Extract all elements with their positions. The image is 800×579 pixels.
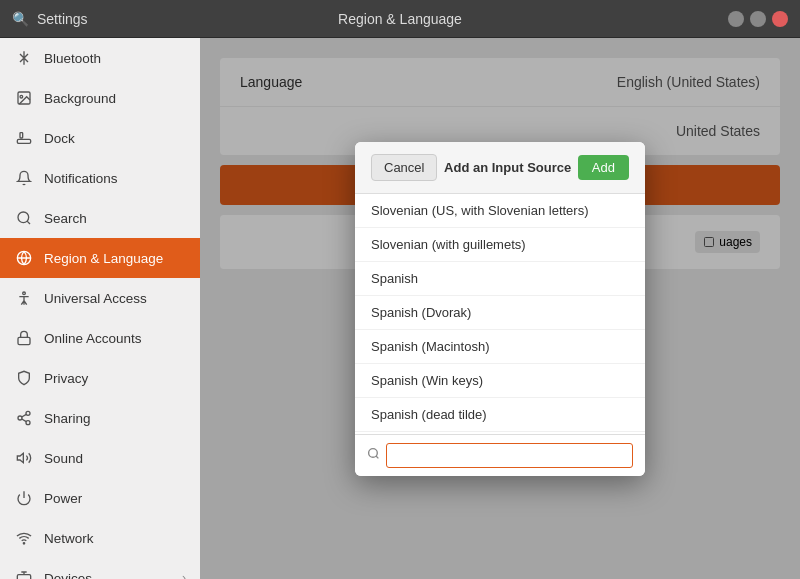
svg-point-6: [23, 292, 26, 295]
sidebar-label-sharing: Sharing: [44, 411, 91, 426]
svg-rect-7: [18, 337, 30, 344]
svg-point-12: [23, 543, 24, 544]
sidebar-label-devices: Devices: [44, 571, 92, 580]
sidebar-item-region-language[interactable]: Region & Language: [0, 238, 200, 278]
sidebar-item-online-accounts[interactable]: Online Accounts: [0, 318, 200, 358]
titlebar-left: 🔍 Settings: [12, 11, 88, 27]
sidebar-item-devices[interactable]: Devices ›: [0, 558, 200, 579]
sharing-icon: [14, 408, 34, 428]
list-item[interactable]: Spanish (Dvorak): [355, 296, 645, 330]
window-title: Region & Language: [338, 11, 462, 27]
sidebar-label-sound: Sound: [44, 451, 83, 466]
titlebar: 🔍 Settings Region & Language ─ □ ✕: [0, 0, 800, 38]
sidebar-label-online-accounts: Online Accounts: [44, 331, 142, 346]
minimize-button[interactable]: ─: [728, 11, 744, 27]
sidebar-label-power: Power: [44, 491, 82, 506]
background-icon: [14, 88, 34, 108]
main-layout: Bluetooth Background Dock Notifications …: [0, 38, 800, 579]
sidebar-label-dock: Dock: [44, 131, 75, 146]
notifications-icon: [14, 168, 34, 188]
svg-marker-11: [17, 453, 23, 462]
search-sidebar-icon: [14, 208, 34, 228]
sidebar-item-privacy[interactable]: Privacy: [0, 358, 200, 398]
add-input-source-dialog: Cancel Add an Input Source Add Slovenian…: [355, 142, 645, 476]
online-accounts-icon: [14, 328, 34, 348]
sidebar-item-universal-access[interactable]: Universal Access: [0, 278, 200, 318]
maximize-button[interactable]: □: [750, 11, 766, 27]
svg-rect-2: [17, 139, 30, 143]
sidebar-label-privacy: Privacy: [44, 371, 88, 386]
dialog-cancel-button[interactable]: Cancel: [371, 154, 437, 181]
dialog-search-bar: [355, 434, 645, 476]
dialog-search-icon: [367, 447, 380, 463]
svg-point-4: [18, 212, 29, 223]
svg-rect-3: [20, 133, 23, 138]
sidebar-label-bluetooth: Bluetooth: [44, 51, 101, 66]
app-title: Settings: [37, 11, 88, 27]
sidebar-item-power[interactable]: Power: [0, 478, 200, 518]
dialog-header: Cancel Add an Input Source Add: [355, 142, 645, 194]
sidebar-label-universal-access: Universal Access: [44, 291, 147, 306]
list-item[interactable]: Slovenian (with guillemets): [355, 228, 645, 262]
sidebar-item-notifications[interactable]: Notifications: [0, 158, 200, 198]
dialog-add-button[interactable]: Add: [578, 155, 629, 180]
sound-icon: [14, 448, 34, 468]
sidebar-item-background[interactable]: Background: [0, 78, 200, 118]
sidebar-item-search[interactable]: Search: [0, 198, 200, 238]
sidebar-item-bluetooth[interactable]: Bluetooth: [0, 38, 200, 78]
privacy-icon: [14, 368, 34, 388]
sidebar-item-network[interactable]: Network: [0, 518, 200, 558]
list-item[interactable]: Spanish (Win keys): [355, 364, 645, 398]
dialog-title: Add an Input Source: [444, 160, 571, 175]
svg-point-1: [20, 95, 23, 98]
sidebar-item-sound[interactable]: Sound: [0, 438, 200, 478]
window-controls: ─ □ ✕: [728, 11, 788, 27]
universal-access-icon: [14, 288, 34, 308]
dialog-input-source-list: Slovenian (US, with Slovenian letters) S…: [355, 194, 645, 434]
bluetooth-icon: [14, 48, 34, 68]
sidebar-item-dock[interactable]: Dock: [0, 118, 200, 158]
svg-point-8: [26, 411, 30, 415]
dialog-search-input[interactable]: [386, 443, 633, 468]
sidebar-label-region-language: Region & Language: [44, 251, 163, 266]
power-icon: [14, 488, 34, 508]
list-item[interactable]: Spanish (Macintosh): [355, 330, 645, 364]
chevron-right-icon: ›: [182, 571, 186, 579]
sidebar-label-network: Network: [44, 531, 94, 546]
svg-point-16: [369, 449, 378, 458]
close-button[interactable]: ✕: [772, 11, 788, 27]
dialog-overlay: Cancel Add an Input Source Add Slovenian…: [200, 38, 800, 579]
region-icon: [14, 248, 34, 268]
sidebar-label-background: Background: [44, 91, 116, 106]
sidebar-label-notifications: Notifications: [44, 171, 118, 186]
svg-rect-13: [17, 575, 30, 579]
sidebar: Bluetooth Background Dock Notifications …: [0, 38, 200, 579]
sidebar-item-sharing[interactable]: Sharing: [0, 398, 200, 438]
list-item[interactable]: Spanish: [355, 262, 645, 296]
search-icon: 🔍: [12, 11, 29, 27]
svg-point-10: [26, 421, 30, 425]
dock-icon: [14, 128, 34, 148]
list-item[interactable]: Spanish (dead tilde): [355, 398, 645, 432]
list-item[interactable]: Slovenian (US, with Slovenian letters): [355, 194, 645, 228]
sidebar-label-search: Search: [44, 211, 87, 226]
svg-point-9: [18, 416, 22, 420]
network-icon: [14, 528, 34, 548]
devices-icon: [14, 568, 34, 579]
content-area: Language English (United States) United …: [200, 38, 800, 579]
